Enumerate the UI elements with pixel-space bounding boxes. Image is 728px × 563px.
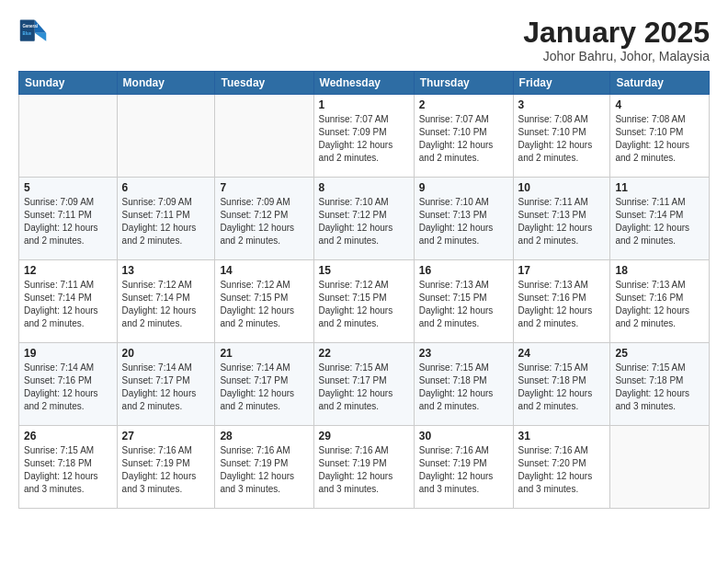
- day-number-11: 11: [615, 181, 704, 194]
- title-block: January 2025 Johor Bahru, Johor, Malaysi…: [523, 17, 710, 63]
- day-number-10: 10: [518, 181, 606, 194]
- calendar-cell-w5d7: [610, 426, 710, 509]
- calendar-cell-w3d7: 18Sunrise: 7:13 AM Sunset: 7:16 PM Dayli…: [610, 260, 710, 343]
- calendar-cell-w3d6: 17Sunrise: 7:13 AM Sunset: 7:16 PM Dayli…: [513, 260, 610, 343]
- day-number-18: 18: [615, 264, 704, 277]
- calendar-cell-w2d4: 8Sunrise: 7:10 AM Sunset: 7:12 PM Daylig…: [313, 178, 414, 260]
- calendar-cell-w4d2: 20Sunrise: 7:14 AM Sunset: 7:17 PM Dayli…: [117, 343, 215, 426]
- day-number-3: 3: [518, 98, 606, 111]
- calendar-cell-w3d4: 15Sunrise: 7:12 AM Sunset: 7:15 PM Dayli…: [313, 260, 414, 343]
- day-info-27: Sunrise: 7:16 AM Sunset: 7:19 PM Dayligh…: [122, 444, 210, 496]
- calendar-cell-w1d2: [117, 95, 215, 178]
- day-number-5: 5: [24, 181, 112, 194]
- calendar-cell-w2d5: 9Sunrise: 7:10 AM Sunset: 7:13 PM Daylig…: [414, 178, 513, 260]
- day-number-8: 8: [319, 181, 409, 194]
- day-number-27: 27: [122, 430, 210, 442]
- day-number-2: 2: [419, 98, 508, 111]
- day-info-29: Sunrise: 7:16 AM Sunset: 7:19 PM Dayligh…: [319, 444, 409, 496]
- day-number-29: 29: [319, 430, 409, 442]
- day-info-2: Sunrise: 7:07 AM Sunset: 7:10 PM Dayligh…: [419, 113, 508, 165]
- day-number-9: 9: [419, 181, 508, 194]
- col-friday: Friday: [513, 72, 610, 95]
- day-info-14: Sunrise: 7:12 AM Sunset: 7:15 PM Dayligh…: [220, 279, 308, 330]
- calendar-cell-w2d7: 11Sunrise: 7:11 AM Sunset: 7:14 PM Dayli…: [610, 178, 710, 260]
- day-number-13: 13: [122, 264, 210, 277]
- svg-text:General: General: [22, 24, 38, 29]
- week-row-1: 1Sunrise: 7:07 AM Sunset: 7:09 PM Daylig…: [19, 95, 710, 178]
- day-number-1: 1: [319, 98, 409, 111]
- col-wednesday: Wednesday: [313, 72, 414, 95]
- calendar-cell-w3d5: 16Sunrise: 7:13 AM Sunset: 7:15 PM Dayli…: [414, 260, 513, 343]
- week-row-5: 26Sunrise: 7:15 AM Sunset: 7:18 PM Dayli…: [19, 426, 710, 509]
- day-number-24: 24: [518, 347, 606, 360]
- day-number-17: 17: [518, 264, 606, 277]
- day-info-17: Sunrise: 7:13 AM Sunset: 7:16 PM Dayligh…: [518, 279, 606, 330]
- day-info-22: Sunrise: 7:15 AM Sunset: 7:17 PM Dayligh…: [319, 362, 409, 413]
- day-number-25: 25: [615, 347, 704, 360]
- calendar-cell-w1d7: 4Sunrise: 7:08 AM Sunset: 7:10 PM Daylig…: [610, 95, 710, 178]
- day-info-10: Sunrise: 7:11 AM Sunset: 7:13 PM Dayligh…: [518, 196, 606, 247]
- week-row-2: 5Sunrise: 7:09 AM Sunset: 7:11 PM Daylig…: [19, 178, 710, 260]
- calendar-cell-w4d7: 25Sunrise: 7:15 AM Sunset: 7:18 PM Dayli…: [610, 343, 710, 426]
- col-saturday: Saturday: [610, 72, 710, 95]
- month-title: January 2025: [523, 17, 710, 49]
- calendar-cell-w4d4: 22Sunrise: 7:15 AM Sunset: 7:17 PM Dayli…: [313, 343, 414, 426]
- calendar-cell-w2d3: 7Sunrise: 7:09 AM Sunset: 7:12 PM Daylig…: [215, 178, 313, 260]
- day-number-12: 12: [24, 264, 112, 277]
- day-number-28: 28: [220, 430, 308, 442]
- calendar-cell-w1d5: 2Sunrise: 7:07 AM Sunset: 7:10 PM Daylig…: [414, 95, 513, 178]
- day-info-25: Sunrise: 7:15 AM Sunset: 7:18 PM Dayligh…: [615, 362, 704, 413]
- day-number-20: 20: [122, 347, 210, 360]
- col-tuesday: Tuesday: [215, 72, 313, 95]
- calendar-cell-w2d6: 10Sunrise: 7:11 AM Sunset: 7:13 PM Dayli…: [513, 178, 610, 260]
- day-info-24: Sunrise: 7:15 AM Sunset: 7:18 PM Dayligh…: [518, 362, 606, 413]
- col-monday: Monday: [117, 72, 215, 95]
- day-number-22: 22: [319, 347, 409, 360]
- day-info-21: Sunrise: 7:14 AM Sunset: 7:17 PM Dayligh…: [220, 362, 308, 413]
- day-info-13: Sunrise: 7:12 AM Sunset: 7:14 PM Dayligh…: [122, 279, 210, 330]
- logo: General Blue: [18, 17, 48, 46]
- calendar-cell-w5d3: 28Sunrise: 7:16 AM Sunset: 7:19 PM Dayli…: [215, 426, 313, 509]
- day-number-26: 26: [24, 430, 112, 442]
- calendar-cell-w5d2: 27Sunrise: 7:16 AM Sunset: 7:19 PM Dayli…: [117, 426, 215, 509]
- svg-text:Blue: Blue: [22, 31, 31, 36]
- day-info-8: Sunrise: 7:10 AM Sunset: 7:12 PM Dayligh…: [319, 196, 409, 247]
- day-number-6: 6: [122, 181, 210, 194]
- calendar-cell-w3d2: 13Sunrise: 7:12 AM Sunset: 7:14 PM Dayli…: [117, 260, 215, 343]
- calendar-cell-w5d6: 31Sunrise: 7:16 AM Sunset: 7:20 PM Dayli…: [513, 426, 610, 509]
- calendar-cell-w4d1: 19Sunrise: 7:14 AM Sunset: 7:16 PM Dayli…: [19, 343, 118, 426]
- day-info-31: Sunrise: 7:16 AM Sunset: 7:20 PM Dayligh…: [518, 444, 606, 496]
- calendar-cell-w5d5: 30Sunrise: 7:16 AM Sunset: 7:19 PM Dayli…: [414, 426, 513, 509]
- calendar-cell-w1d3: [215, 95, 313, 178]
- calendar-cell-w3d1: 12Sunrise: 7:11 AM Sunset: 7:14 PM Dayli…: [19, 260, 118, 343]
- day-info-12: Sunrise: 7:11 AM Sunset: 7:14 PM Dayligh…: [24, 279, 112, 330]
- calendar-cell-w5d4: 29Sunrise: 7:16 AM Sunset: 7:19 PM Dayli…: [313, 426, 414, 509]
- day-number-14: 14: [220, 264, 308, 277]
- calendar-cell-w4d6: 24Sunrise: 7:15 AM Sunset: 7:18 PM Dayli…: [513, 343, 610, 426]
- page: General Blue January 2025 Johor Bahru, J…: [0, 0, 728, 563]
- calendar-cell-w4d3: 21Sunrise: 7:14 AM Sunset: 7:17 PM Dayli…: [215, 343, 313, 426]
- calendar-cell-w1d6: 3Sunrise: 7:08 AM Sunset: 7:10 PM Daylig…: [513, 95, 610, 178]
- calendar-cell-w1d1: [19, 95, 118, 178]
- calendar-header-row: Sunday Monday Tuesday Wednesday Thursday…: [19, 72, 710, 95]
- day-number-23: 23: [419, 347, 508, 360]
- calendar-cell-w4d5: 23Sunrise: 7:15 AM Sunset: 7:18 PM Dayli…: [414, 343, 513, 426]
- day-info-11: Sunrise: 7:11 AM Sunset: 7:14 PM Dayligh…: [615, 196, 704, 247]
- calendar-cell-w5d1: 26Sunrise: 7:15 AM Sunset: 7:18 PM Dayli…: [19, 426, 118, 509]
- day-info-16: Sunrise: 7:13 AM Sunset: 7:15 PM Dayligh…: [419, 279, 508, 330]
- calendar-cell-w2d2: 6Sunrise: 7:09 AM Sunset: 7:11 PM Daylig…: [117, 178, 215, 260]
- day-info-7: Sunrise: 7:09 AM Sunset: 7:12 PM Dayligh…: [220, 196, 308, 247]
- day-number-30: 30: [419, 430, 508, 442]
- day-info-20: Sunrise: 7:14 AM Sunset: 7:17 PM Dayligh…: [122, 362, 210, 413]
- day-info-1: Sunrise: 7:07 AM Sunset: 7:09 PM Dayligh…: [319, 113, 409, 165]
- calendar-cell-w3d3: 14Sunrise: 7:12 AM Sunset: 7:15 PM Dayli…: [215, 260, 313, 343]
- col-sunday: Sunday: [19, 72, 118, 95]
- day-number-31: 31: [518, 430, 606, 442]
- day-info-15: Sunrise: 7:12 AM Sunset: 7:15 PM Dayligh…: [319, 279, 409, 330]
- day-number-7: 7: [220, 181, 308, 194]
- day-info-23: Sunrise: 7:15 AM Sunset: 7:18 PM Dayligh…: [419, 362, 508, 413]
- day-info-30: Sunrise: 7:16 AM Sunset: 7:19 PM Dayligh…: [419, 444, 508, 496]
- day-info-26: Sunrise: 7:15 AM Sunset: 7:18 PM Dayligh…: [24, 444, 112, 496]
- svg-marker-1: [35, 33, 46, 41]
- calendar: Sunday Monday Tuesday Wednesday Thursday…: [18, 71, 710, 509]
